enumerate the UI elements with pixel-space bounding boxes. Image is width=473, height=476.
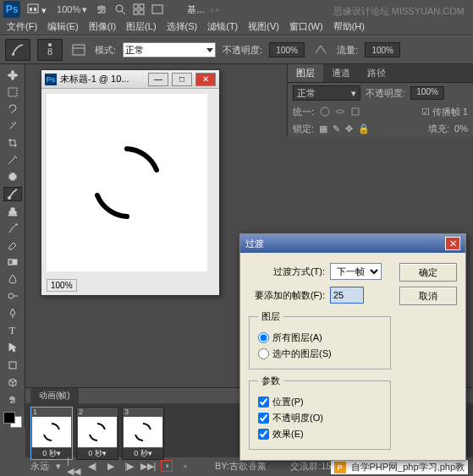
- tab-paths[interactable]: 路径: [359, 64, 394, 82]
- lock-position-icon[interactable]: ✥: [345, 123, 353, 134]
- svg-rect-7: [134, 10, 138, 14]
- lock-transparency-icon[interactable]: ▦: [319, 123, 327, 134]
- unify-label: 统一:: [293, 106, 314, 118]
- screen-mode-icon[interactable]: [151, 3, 163, 15]
- first-frame-button[interactable]: |◀◀: [68, 460, 80, 472]
- menu-window[interactable]: 窗口(W): [289, 20, 323, 33]
- zoom-display[interactable]: 100%: [57, 4, 80, 14]
- hand-tool[interactable]: [3, 391, 22, 406]
- menu-edit[interactable]: 编辑(E): [47, 20, 79, 33]
- cancel-button[interactable]: 取消: [399, 287, 457, 305]
- workspace-label[interactable]: 基...: [182, 2, 209, 18]
- radio-selected-layers[interactable]: [258, 348, 269, 359]
- eraser-tool[interactable]: [3, 238, 22, 252]
- tool-preset-picker[interactable]: [5, 39, 30, 61]
- opacity-input[interactable]: 100%: [269, 42, 305, 57]
- panel-opacity-input[interactable]: 100%: [410, 86, 444, 100]
- tab-layers[interactable]: 图层: [288, 64, 323, 82]
- check-opacity[interactable]: [258, 413, 269, 424]
- gradient-tool[interactable]: [3, 254, 22, 269]
- tablet-pressure-opacity-icon[interactable]: [311, 41, 330, 59]
- check-effects[interactable]: [258, 429, 269, 440]
- type-tool[interactable]: T: [3, 323, 22, 338]
- menu-layer[interactable]: 图层(L): [126, 20, 156, 33]
- crop-tool[interactable]: [3, 136, 22, 150]
- last-frame-button[interactable]: ▶▶|: [142, 460, 154, 472]
- brush-panel-icon[interactable]: [69, 41, 88, 59]
- 3d-tool[interactable]: [3, 375, 22, 389]
- tween-button[interactable]: [161, 460, 173, 472]
- unify-visibility-icon[interactable]: [334, 106, 346, 118]
- eyedropper-tool[interactable]: [3, 153, 22, 167]
- svg-rect-20: [9, 362, 16, 369]
- prev-frame-button[interactable]: ◀|: [86, 460, 98, 472]
- healing-tool[interactable]: [3, 170, 22, 184]
- move-tool[interactable]: [3, 68, 22, 82]
- mode-select[interactable]: 正常: [123, 42, 216, 57]
- fill-input[interactable]: 0%: [454, 123, 468, 134]
- lock-all-icon[interactable]: 🔒: [358, 123, 370, 134]
- tab-channels[interactable]: 通道: [323, 64, 359, 82]
- dialog-close-button[interactable]: ✕: [445, 237, 460, 250]
- watermark: 思缘设计论坛 MISSYUAN.COM: [333, 5, 465, 18]
- stamp-tool[interactable]: [3, 204, 22, 218]
- radio-all-layers[interactable]: [258, 332, 269, 343]
- flow-input[interactable]: 100%: [365, 42, 400, 57]
- minimize-button[interactable]: —: [148, 73, 168, 86]
- menu-select[interactable]: 选择(S): [167, 20, 198, 33]
- mode-label: 模式:: [95, 44, 116, 57]
- shape-tool[interactable]: [3, 358, 22, 372]
- transition-select[interactable]: 下一帧: [330, 263, 382, 280]
- svg-rect-10: [73, 45, 85, 55]
- unify-position-icon[interactable]: [319, 106, 331, 118]
- lasso-tool[interactable]: [3, 101, 22, 116]
- wand-tool[interactable]: [3, 118, 22, 133]
- history-brush-tool[interactable]: [3, 221, 22, 235]
- next-frame-button[interactable]: |▶: [124, 460, 135, 472]
- svg-rect-6: [140, 4, 144, 8]
- menu-file[interactable]: 文件(F): [7, 20, 37, 33]
- opacity-label: 不透明度:: [223, 44, 262, 57]
- bridge-icon[interactable]: ▾: [22, 2, 52, 18]
- doc-zoom[interactable]: 100%: [47, 279, 77, 292]
- dodge-tool[interactable]: [3, 289, 22, 304]
- menu-image[interactable]: 图像(I): [89, 20, 116, 33]
- play-button[interactable]: ▶: [105, 460, 117, 472]
- color-swatches[interactable]: [3, 412, 22, 428]
- zoom-icon[interactable]: [114, 3, 126, 15]
- svg-rect-2: [34, 8, 36, 11]
- menu-filter[interactable]: 滤镜(T): [207, 20, 238, 33]
- footer-link[interactable]: P 自学PHP网_php学习,php教: [331, 460, 469, 474]
- loop-select[interactable]: 永远: [30, 460, 49, 473]
- maximize-button[interactable]: □: [172, 73, 192, 86]
- new-frame-button[interactable]: ▫: [179, 460, 191, 472]
- canvas[interactable]: [47, 94, 207, 271]
- propagate-label[interactable]: 传播帧 1: [432, 107, 468, 117]
- blur-tool[interactable]: [3, 272, 22, 287]
- layers-group-label: 图层: [258, 310, 283, 323]
- menu-help[interactable]: 帮助(H): [333, 20, 365, 33]
- path-select-tool[interactable]: [3, 341, 22, 355]
- blend-mode-select[interactable]: 正常▾: [293, 85, 360, 101]
- brush-tool[interactable]: [3, 187, 22, 201]
- lock-pixels-icon[interactable]: ✎: [333, 123, 340, 134]
- marquee-tool[interactable]: [3, 85, 22, 99]
- grid-icon[interactable]: [133, 3, 145, 15]
- animation-frame[interactable]: 30 秒▾: [122, 407, 164, 460]
- ok-button[interactable]: 确定: [399, 263, 457, 282]
- brush-picker[interactable]: 8: [37, 39, 63, 61]
- svg-point-18: [8, 293, 14, 298]
- close-button[interactable]: ✕: [195, 73, 216, 86]
- hand-icon[interactable]: [96, 3, 107, 15]
- frames-label: 要添加的帧数(F):: [249, 289, 325, 302]
- check-position[interactable]: [258, 397, 269, 408]
- app-icon: Ps: [3, 1, 20, 18]
- animation-frame[interactable]: 10 秒▾: [30, 407, 73, 460]
- animation-frame[interactable]: 20 秒▾: [76, 407, 118, 460]
- frames-input[interactable]: [330, 287, 364, 304]
- pen-tool[interactable]: [3, 306, 22, 320]
- svg-point-23: [166, 464, 168, 468]
- menu-view[interactable]: 视图(V): [248, 20, 279, 33]
- animation-tab[interactable]: 动画(帧): [30, 388, 79, 403]
- unify-style-icon[interactable]: [349, 106, 361, 118]
